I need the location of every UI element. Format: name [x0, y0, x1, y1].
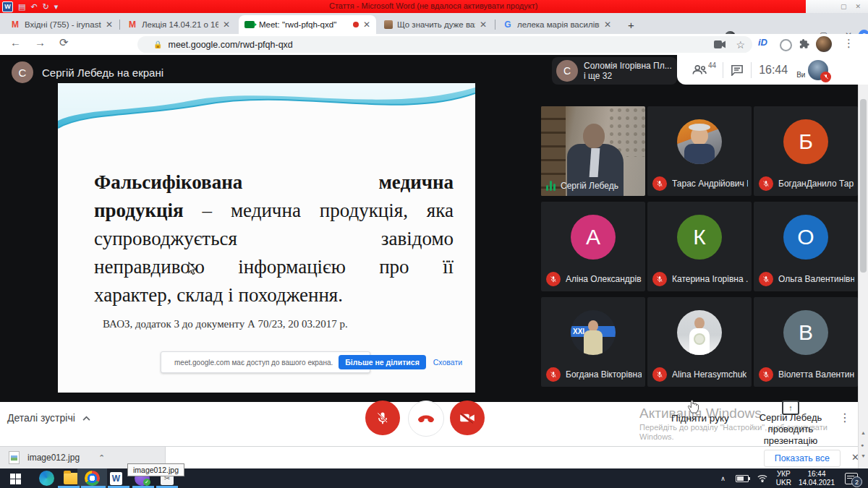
participant-tile[interactable]: Alina Herasymchuk [647, 297, 752, 387]
avatar-photo [677, 119, 722, 164]
battery-icon[interactable] [736, 475, 749, 482]
extension-circle-icon[interactable] [780, 39, 792, 51]
page-favicon [384, 20, 393, 29]
tab-meet-active[interactable]: Meet: "rwd-pfqh-qxd" ✕ [239, 15, 376, 34]
participant-name: Катерина Ігорівна ... [672, 274, 748, 284]
edge-icon[interactable] [39, 471, 54, 486]
participant-tile[interactable]: Тарас Андрійович Г... [647, 106, 752, 196]
chrome-icon[interactable] [85, 471, 100, 486]
tray-clock[interactable]: 16:4414.04.2021 [799, 470, 835, 487]
mic-toggle-button[interactable] [365, 401, 400, 435]
you-label: Ви [796, 71, 805, 79]
recording-dot-icon [353, 22, 359, 27]
tray-chevron-icon[interactable]: ∧ [720, 475, 726, 482]
tab-strip: M Вхідні (755) - irynastechyshyn@ ✕ M Ле… [0, 13, 868, 34]
chrome-profile-avatar[interactable] [816, 36, 832, 52]
tab-close-icon[interactable]: ✕ [480, 20, 487, 30]
participant-name: БогданДанило Тар... [778, 179, 854, 189]
tab-close-icon[interactable]: ✕ [604, 20, 611, 30]
filmstrip-name: Соломія Ігорівна Пл... [584, 61, 672, 71]
extensions-puzzle-icon[interactable] [799, 38, 809, 49]
meeting-details-button[interactable]: Деталі зустрічі [7, 412, 90, 424]
bookmark-star-icon[interactable]: ☆ [736, 39, 745, 51]
wifi-icon[interactable] [757, 474, 767, 482]
undo-icon[interactable]: ↶ [30, 0, 37, 13]
slide-word: її [443, 256, 454, 278]
scroll-up-icon[interactable]: ▲ [861, 430, 866, 435]
self-avatar[interactable] [808, 60, 828, 80]
camera-in-use-icon[interactable] [714, 40, 726, 48]
chrome-menu-dots-icon[interactable]: ⋮ [843, 37, 854, 50]
slide-wave-decoration [58, 83, 475, 137]
reload-icon[interactable]: ⟳ [59, 36, 69, 49]
url-text[interactable]: meet.google.com/rwd-pfqh-qxd [168, 40, 292, 50]
tab-label: лелека марія василівна - Поиск [517, 20, 600, 29]
extension-id-icon[interactable]: iD [758, 37, 767, 48]
show-all-downloads-button[interactable]: Показать все [764, 450, 841, 467]
participant-tile[interactable]: Б БогданДанило Тар... [754, 106, 858, 196]
mic-muted-icon [652, 272, 667, 286]
stop-sharing-button[interactable]: Більше не ділитися [339, 355, 425, 369]
tab-google-search[interactable]: G лелека марія василівна - Поиск ✕ [497, 15, 617, 34]
slide-word: яка [427, 200, 454, 222]
presenter-avatar: C [12, 61, 33, 83]
participant-tile[interactable]: К Катерина Ігорівна ... [647, 202, 752, 291]
avatar-photo [677, 310, 722, 355]
word-app-icon: W [2, 1, 13, 12]
participant-tile[interactable]: А Аліна Олександрів... [541, 202, 645, 291]
quick-access-dropdown-icon[interactable]: ▾ [54, 0, 59, 13]
back-icon[interactable]: ← [10, 36, 21, 48]
download-file-name: image012.jpg [27, 453, 80, 463]
hand-cursor [687, 400, 699, 414]
save-icon[interactable]: ▤ [18, 0, 25, 13]
camera-toggle-button[interactable] [450, 401, 485, 435]
redo-icon[interactable]: ↻ [43, 0, 49, 13]
presentation-slide: Фальсифікованамедична продукція–медичнап… [58, 83, 475, 393]
more-options-dots-icon[interactable]: ⋮ [839, 411, 851, 424]
camera-off-icon [459, 412, 475, 424]
tab-close-icon[interactable]: ✕ [223, 20, 230, 30]
avatar-photo: XXI [571, 310, 616, 355]
tab-gmail-lecture[interactable]: M Лекція 14.04.21 о 16:30 - stechy ✕ [122, 15, 236, 34]
leave-call-button[interactable] [408, 401, 444, 437]
participant-tile[interactable]: XXI Богдана Вікторівна... [541, 297, 645, 387]
forward-icon[interactable]: → [35, 36, 46, 48]
presenting-status: Сергій Лебедь проводить презентацію [744, 412, 838, 447]
tab-close-icon[interactable]: ✕ [106, 20, 113, 30]
mic-muted-icon [652, 176, 667, 191]
scroll-down-icon[interactable]: ▼ [861, 453, 866, 458]
slide-word: продукція [94, 200, 184, 222]
tab-label: Meet: "rwd-pfqh-qxd" [259, 20, 349, 29]
word-taskbar-icon[interactable]: W [110, 472, 122, 485]
mic-muted-icon [759, 176, 773, 191]
google-icon: G [503, 20, 513, 30]
mic-muted-icon [652, 367, 667, 382]
tab-separator [119, 20, 120, 30]
participants-icon[interactable] [692, 64, 707, 75]
word-window-controls[interactable]: ▢ ✕ [806, 0, 868, 13]
keyboard-layout[interactable]: УКРUKR [776, 470, 791, 487]
tab-close-icon[interactable]: ✕ [363, 20, 370, 30]
meeting-details-label: Деталі зустрічі [7, 412, 75, 424]
word-close-button[interactable]: ✕ [855, 3, 861, 10]
tab-article[interactable]: Що значить дуже важко перео ✕ [378, 15, 493, 34]
word-maximize-button[interactable]: ▢ [841, 3, 847, 10]
new-tab-button[interactable]: + [622, 15, 644, 34]
start-button-icon[interactable] [10, 474, 21, 484]
avatar-letter: А [571, 215, 616, 260]
download-item-chevron-icon[interactable]: ⌃ [98, 453, 105, 463]
hide-share-bar-link[interactable]: Сховати [433, 358, 462, 367]
participant-tile[interactable]: О Ольга Валентинівн... [754, 202, 858, 291]
mouse-cursor [188, 262, 197, 275]
participant-tile-video[interactable]: Сергій Лебедь [541, 106, 645, 196]
scrollbar-thumb[interactable] [860, 99, 867, 273]
address-bar[interactable]: 🔒 meet.google.com/rwd-pfqh-qxd ☆ [137, 36, 752, 53]
participant-tile[interactable]: В Віолетта Валентині... [754, 297, 858, 387]
tab-gmail-inbox[interactable]: M Вхідні (755) - irynastechyshyn@ ✕ [4, 15, 119, 34]
browse-object-icon[interactable]: ● [861, 442, 864, 448]
mic-off-icon [375, 411, 390, 425]
chat-icon[interactable] [731, 64, 744, 76]
raise-hand-button[interactable]: Підняти руку [671, 413, 729, 424]
scrollbar[interactable]: ▲ ● ▼ [858, 85, 868, 468]
filmstrip-participant[interactable]: C Соломія Ігорівна Пл... і ще 32 [552, 57, 677, 85]
